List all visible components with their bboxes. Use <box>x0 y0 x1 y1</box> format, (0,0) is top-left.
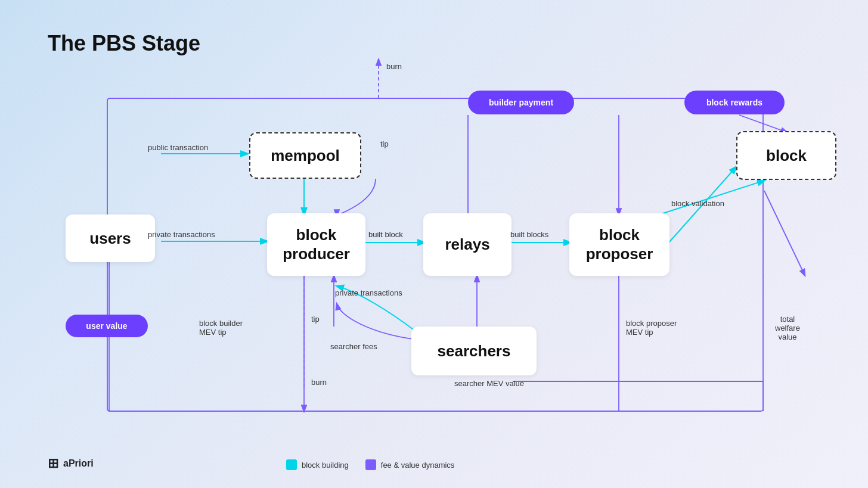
label-searcher-mev: searcher MEV value <box>454 379 524 388</box>
block-node: block <box>736 131 836 180</box>
label-built-block: built block <box>368 230 403 239</box>
label-total-welfare: total welfare value <box>775 315 800 341</box>
label-built-blocks: built blocks <box>510 230 548 239</box>
legend-label-dynamics: fee & value dynamics <box>381 461 455 470</box>
brand-name: aPriori <box>63 458 94 469</box>
label-block-proposer-mev: block proposer MEV tip <box>626 319 677 337</box>
legend-swatch-dynamics <box>365 459 376 470</box>
label-tip-top: tip <box>380 139 389 148</box>
users-node: users <box>66 215 155 262</box>
svg-line-10 <box>656 181 764 216</box>
label-block-builder-mev: block builder MEV tip <box>199 319 243 337</box>
label-public-tx: public transaction <box>148 143 208 152</box>
block-proposer-node: block proposer <box>569 213 669 276</box>
page-title: The PBS Stage <box>48 31 200 56</box>
label-private-tx1: private transactions <box>148 230 215 239</box>
legend-swatch-building <box>286 459 297 470</box>
label-searcher-fees: searcher fees <box>330 342 377 351</box>
legend-label-building: block building <box>302 461 349 470</box>
svg-line-9 <box>739 115 787 132</box>
mempool-node: mempool <box>249 132 361 179</box>
label-block-validation: block validation <box>671 199 724 208</box>
builder-payment-pill: builder payment <box>468 91 574 114</box>
brand-icon: ⊞ <box>48 456 58 471</box>
svg-line-16 <box>764 191 805 275</box>
label-tip2: tip <box>311 315 320 324</box>
label-burn-top: burn <box>386 62 402 71</box>
block-rewards-pill: block rewards <box>684 91 785 114</box>
brand: ⊞ aPriori <box>48 456 94 471</box>
label-private-tx2: private transactions <box>335 288 402 297</box>
relays-node: relays <box>423 213 512 276</box>
searchers-node: searchers <box>411 327 537 375</box>
block-producer-node: block producer <box>267 213 365 276</box>
label-burn2: burn <box>311 378 327 387</box>
user-value-pill: user value <box>66 315 148 337</box>
